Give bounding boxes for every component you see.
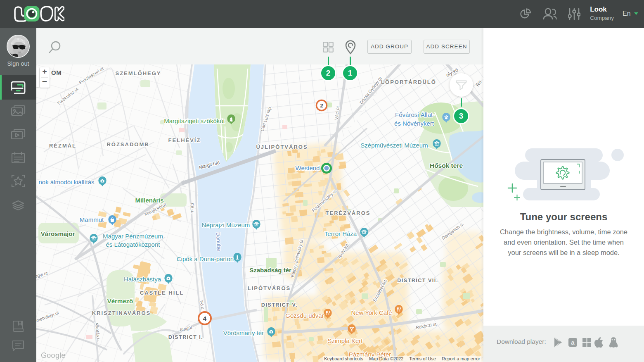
svg-text:SZEMLŐHEGY: SZEMLŐHEGY [115,70,161,76]
svg-text:DISTRICT VII.: DISTRICT VII. [397,278,438,283]
svg-text:Néprajzi Múzeum: Néprajzi Múzeum [202,221,250,229]
svg-text:Szimpla Kert: Szimpla Kert [327,337,363,344]
svg-text:Hősök tere: Hősök tere [430,162,463,169]
svg-text:a: a [571,339,575,346]
svg-text:DISTRICT I.: DISTRICT I. [168,334,204,340]
svg-text:LŐPORTÁRDÜLŐ: LŐPORTÁRDÜLŐ [381,79,436,85]
svg-text:KRISZTINAVÁROS: KRISZTINAVÁROS [92,310,151,316]
svg-text:Terror Háza: Terror Háza [324,230,357,237]
svg-text:ÚJLIPÓTVÁROS: ÚJLIPÓTVÁROS [256,144,308,150]
svg-text:Vérmező: Vérmező [107,298,133,305]
svg-text:Vörösmarty tér: Vörösmarty tér [223,329,264,336]
svg-text:RÉZMÁL: RÉZMÁL [49,143,76,149]
svg-text:és Növénykert: és Növénykert [394,120,434,127]
svg-text:RÓZSADOMB: RÓZSADOMB [107,141,149,148]
svg-text:Városmajor: Városmajor [41,230,75,237]
svg-text:Danube: Danube [215,232,222,251]
svg-text:CASTLE HILL: CASTLE HILL [140,290,184,296]
svg-text:2: 2 [320,102,323,109]
svg-text:New York Café: New York Café [351,309,392,316]
svg-text:nok álmodói kiállítás: nok álmodói kiállítás [38,179,94,186]
svg-text:Mammut: Mammut [80,216,104,223]
svg-text:4: 4 [203,315,207,322]
svg-text:Magyar Pénzmúzeum: Magyar Pénzmúzeum [103,233,163,240]
svg-text:Gozsdu udvar: Gozsdu udvar [285,312,324,319]
svg-text:és Látogatóközpont: és Látogatóközpont [106,241,161,248]
svg-text:Halászbástya: Halászbástya [124,276,161,283]
svg-text:Fővárosi Állat-: Fővárosi Állat- [395,111,435,118]
svg-text:Szabadság tér: Szabadság tér [249,267,291,274]
svg-text:TERÉZVÁROS: TERÉZVÁROS [326,210,371,216]
svg-text:DISTRICT V.: DISTRICT V. [261,302,298,308]
svg-text:LIPÓTVÁROS: LIPÓTVÁROS [248,285,291,291]
svg-text:FELHÉVÍZ: FELHÉVÍZ [168,137,201,143]
svg-text:Margitszigeti szökőkút: Margitszigeti szökőkút [164,117,225,124]
svg-text:Millenáris: Millenáris [135,197,163,204]
svg-text:Fő u.: Fő u. [189,203,195,214]
svg-text:Szépművészeti Múzeum: Szépművészeti Múzeum [360,142,428,149]
svg-text:Westend: Westend [296,164,320,171]
svg-text:Cipők a Duna-parton: Cipők a Duna-parton [177,255,234,262]
